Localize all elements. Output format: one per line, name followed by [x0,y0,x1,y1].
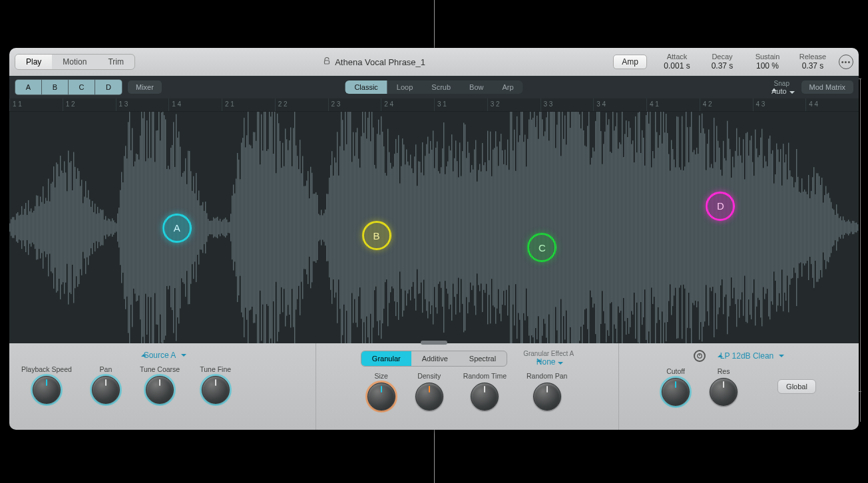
marker-B[interactable]: B [362,221,391,250]
svg-rect-495 [667,133,668,322]
svg-rect-628 [844,220,845,235]
marker-D[interactable]: D [706,192,735,221]
random-time-knob[interactable] [471,383,499,410]
source-D-button[interactable]: D [95,80,122,94]
filter-type-dropdown[interactable]: LP 12dB Clean [715,351,785,361]
filter-power-icon[interactable] [694,350,706,362]
envelope-params: Attack 0.001 s Decay 0.37 s Sustain 100 … [660,53,829,72]
source-A-button[interactable]: A [15,80,42,94]
svg-rect-584 [785,154,786,301]
source-B-button[interactable]: B [42,80,69,94]
playback-speed-knob[interactable] [33,376,61,404]
svg-rect-563 [758,157,758,297]
env-attack-value: 0.001 s [660,61,694,71]
svg-rect-314 [426,144,427,311]
svg-rect-609 [819,176,819,279]
svg-rect-181 [249,144,250,310]
svg-rect-33 [52,182,53,273]
mode-scrub[interactable]: Scrub [422,80,460,94]
svg-rect-28 [45,198,46,257]
svg-rect-347 [470,172,471,282]
engine-tab-granular[interactable]: Granular [361,351,411,366]
svg-rect-212 [290,128,291,328]
mixer-button[interactable]: Mixer [128,80,162,94]
tune-coarse-knob[interactable] [146,376,174,404]
svg-rect-306 [415,144,416,311]
env-decay[interactable]: Decay 0.37 s [706,53,739,72]
resize-handle[interactable] [421,341,447,345]
svg-rect-468 [631,144,632,311]
svg-rect-538 [724,158,725,297]
mode-arp[interactable]: Arp [493,80,523,94]
env-attack[interactable]: Attack 0.001 s [660,53,694,72]
svg-rect-533 [718,141,718,315]
granular-effect-selector[interactable]: Granular Effect A None [523,350,574,367]
cutoff-knob[interactable] [662,378,690,406]
pan-knob[interactable] [92,376,120,404]
env-sustain[interactable]: Sustain 100 % [751,53,784,72]
svg-rect-566 [761,129,762,327]
svg-rect-316 [429,154,429,301]
svg-rect-180 [248,112,248,343]
global-button[interactable]: Global [777,379,816,394]
svg-rect-592 [796,149,797,306]
svg-rect-361 [489,160,489,295]
tune-fine-knob[interactable] [202,376,230,404]
source-dropdown[interactable]: Source A [138,351,187,360]
svg-rect-95 [134,162,135,294]
svg-rect-466 [628,121,629,334]
ruler-tick: 1 4 [168,98,222,111]
svg-rect-251 [342,120,343,335]
svg-rect-501 [675,167,676,287]
waveform-area[interactable]: 1 1 1 2 1 3 1 4 2 1 2 2 2 3 2 4 3 1 3 2 … [9,98,859,343]
tab-trim[interactable]: Trim [97,55,134,69]
tab-play[interactable]: Play [15,55,52,69]
svg-rect-432 [583,130,584,325]
svg-rect-243 [331,151,332,304]
time-ruler[interactable]: 1 1 1 2 1 3 1 4 2 1 2 2 2 3 2 4 3 1 3 2 … [9,98,859,112]
svg-rect-88 [125,146,126,309]
engine-tab-spectral[interactable]: Spectral [459,351,507,366]
lock-icon[interactable] [323,57,331,67]
svg-rect-390 [527,139,528,316]
svg-rect-505 [680,170,681,285]
svg-rect-511 [688,162,689,293]
svg-rect-241 [329,178,329,277]
mode-classic[interactable]: Classic [345,80,387,94]
mod-matrix-button[interactable]: Mod Matrix [801,80,853,94]
snap-selector[interactable]: Snap Auto [769,80,795,95]
mode-loop[interactable]: Loop [387,80,422,94]
svg-rect-42 [64,161,65,293]
sample-title[interactable]: Athena Vocal Phrase_1 [335,57,425,67]
svg-rect-447 [603,144,604,311]
engine-tab-additive[interactable]: Additive [411,351,459,366]
ruler-tick: 3 2 [487,98,541,111]
mode-bow[interactable]: Bow [460,80,493,94]
svg-rect-491 [662,144,662,312]
density-knob[interactable] [415,383,443,410]
env-release[interactable]: Release 0.37 s [796,53,829,72]
more-menu-icon[interactable]: ••• [839,55,853,69]
ruler-tick: 1 1 [9,98,63,111]
svg-rect-380 [514,130,515,325]
source-C-button[interactable]: C [69,80,95,94]
svg-rect-455 [614,130,614,324]
svg-rect-402 [543,136,544,319]
res-knob[interactable] [710,378,738,406]
svg-rect-11 [23,215,23,241]
marker-A[interactable]: A [162,214,192,243]
svg-rect-218 [298,169,299,286]
svg-rect-264 [359,168,360,287]
svg-rect-15 [28,200,29,255]
svg-rect-413 [558,112,558,343]
svg-rect-188 [258,112,259,343]
svg-rect-146 [202,202,203,253]
svg-rect-428 [578,112,578,343]
svg-rect-242 [330,165,331,290]
svg-rect-158 [218,221,219,235]
size-knob[interactable] [367,383,395,410]
random-pan-knob[interactable] [533,383,561,410]
svg-rect-24 [40,197,41,259]
tab-motion[interactable]: Motion [52,55,97,69]
amp-button[interactable]: Amp [613,55,647,69]
